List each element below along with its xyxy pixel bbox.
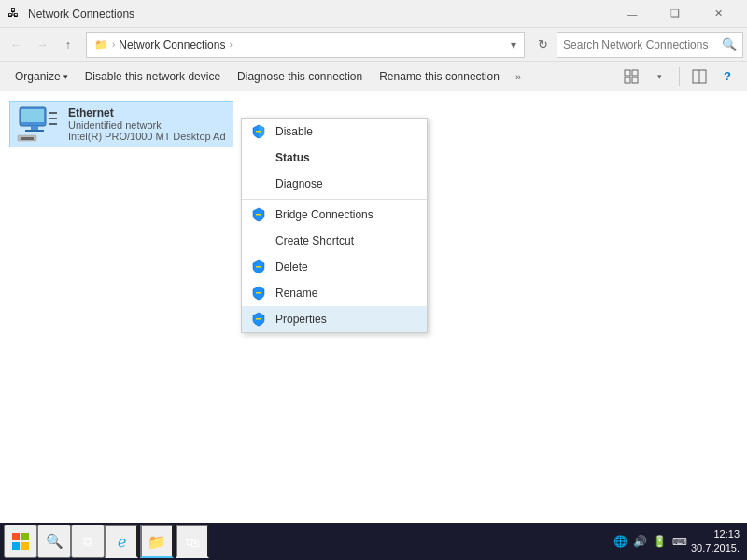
battery-tray-icon[interactable]: 🔋 bbox=[653, 535, 667, 548]
network-status: Unidentified network bbox=[68, 119, 227, 131]
breadcrumb: 📁 › Network Connections › bbox=[94, 38, 233, 51]
ctx-shortcut-label: Create Shortcut bbox=[275, 234, 354, 247]
shield-rename-icon bbox=[249, 284, 268, 302]
back-button[interactable]: ← bbox=[4, 33, 28, 57]
svg-rect-9 bbox=[25, 130, 44, 132]
network-tray-icon[interactable]: 🌐 bbox=[613, 535, 627, 548]
ctx-status[interactable]: Status bbox=[242, 145, 427, 171]
search-taskbar-button[interactable]: 🔍 bbox=[37, 525, 71, 558]
taskbar: 🔍 ⧉ ℯ 📁 🛍 🌐 🔊 🔋 ⌨ 12:13 30.7.2015. bbox=[0, 523, 747, 560]
context-menu: Disable Status Diagnose Bridge Connectio bbox=[241, 118, 428, 333]
ctx-shortcut[interactable]: Create Shortcut bbox=[242, 228, 427, 254]
taskbar-pinned: ℯ 📁 🛍 bbox=[105, 525, 209, 558]
taskbar-store-pin[interactable]: 🛍 bbox=[176, 525, 209, 558]
file-area: Ethernet Unidentified network Intel(R) P… bbox=[0, 91, 747, 534]
svg-rect-30 bbox=[21, 542, 29, 550]
preview-pane-button[interactable] bbox=[687, 65, 712, 88]
help-button[interactable]: ? bbox=[715, 65, 740, 88]
svg-rect-29 bbox=[12, 542, 20, 550]
maximize-button[interactable]: ❑ bbox=[654, 0, 697, 28]
search-icon[interactable]: 🔍 bbox=[722, 37, 737, 51]
up-button[interactable]: ↑ bbox=[56, 33, 80, 57]
network-adapter: Intel(R) PRO/1000 MT Desktop Ad bbox=[68, 131, 227, 142]
svg-rect-8 bbox=[31, 126, 38, 130]
ctx-bridge-label: Bridge Connections bbox=[275, 208, 374, 221]
clock-date: 30.7.2015. bbox=[691, 541, 740, 555]
ctx-diagnose-label: Diagnose bbox=[275, 177, 323, 190]
explorer-icon: 📁 bbox=[148, 533, 166, 551]
title-bar: 🖧 Network Connections — ❑ ✕ bbox=[0, 0, 747, 28]
minimize-button[interactable]: — bbox=[611, 0, 654, 28]
svg-rect-2 bbox=[625, 77, 630, 83]
change-view-button[interactable] bbox=[619, 65, 643, 88]
breadcrumb-label: Network Connections bbox=[119, 38, 225, 51]
nav-bar: ← → ↑ 📁 › Network Connections › ▾ ↻ 🔍 bbox=[0, 28, 747, 62]
taskbar-ie-pin[interactable]: ℯ bbox=[105, 525, 138, 558]
refresh-button[interactable]: ↻ bbox=[530, 33, 555, 57]
ethernet-icon bbox=[16, 105, 61, 143]
organize-button[interactable]: Organize ▾ bbox=[7, 65, 76, 88]
ctx-delete-label: Delete bbox=[275, 260, 308, 273]
ctx-delete[interactable]: Delete bbox=[242, 254, 427, 280]
address-dropdown-arrow[interactable]: ▾ bbox=[511, 38, 516, 51]
ie-icon: ℯ bbox=[118, 533, 126, 551]
svg-rect-16 bbox=[256, 214, 261, 216]
keyboard-tray-icon[interactable]: ⌨ bbox=[672, 536, 687, 548]
forward-button[interactable]: → bbox=[30, 33, 54, 57]
search-input[interactable] bbox=[563, 38, 718, 51]
store-icon: 🛍 bbox=[186, 534, 200, 550]
main-content: Ethernet Unidentified network Intel(R) P… bbox=[0, 91, 747, 534]
shield-bridge-icon bbox=[249, 205, 268, 224]
search-taskbar-icon: 🔍 bbox=[46, 533, 63, 550]
svg-rect-18 bbox=[256, 292, 261, 294]
disable-device-button[interactable]: Disable this network device bbox=[78, 65, 228, 88]
system-tray: 🌐 🔊 🔋 ⌨ bbox=[613, 535, 687, 548]
window-title: Network Connections bbox=[28, 7, 611, 21]
svg-rect-0 bbox=[625, 70, 630, 76]
ctx-separator-1 bbox=[242, 199, 427, 200]
close-button[interactable]: ✕ bbox=[697, 0, 740, 28]
svg-rect-14 bbox=[21, 137, 34, 140]
start-button[interactable] bbox=[4, 525, 37, 558]
taskbar-right: 🌐 🔊 🔋 ⌨ 12:13 30.7.2015. bbox=[613, 527, 743, 556]
task-view-icon: ⧉ bbox=[83, 534, 92, 550]
network-info: Ethernet Unidentified network Intel(R) P… bbox=[68, 106, 227, 142]
svg-rect-3 bbox=[632, 77, 638, 83]
view-dropdown-icon: ▾ bbox=[657, 72, 662, 81]
toolbar: Organize ▾ Disable this network device D… bbox=[0, 62, 747, 91]
svg-rect-19 bbox=[256, 318, 261, 320]
shield-delete-icon bbox=[249, 258, 268, 276]
toolbar-right: ▾ ? bbox=[619, 65, 740, 88]
task-view-button[interactable]: ⧉ bbox=[71, 525, 105, 558]
window-icon: 🖧 bbox=[7, 7, 22, 21]
ethernet-item[interactable]: Ethernet Unidentified network Intel(R) P… bbox=[9, 101, 233, 147]
svg-rect-15 bbox=[256, 131, 261, 133]
ctx-status-label: Status bbox=[275, 151, 310, 164]
ctx-rename-label: Rename bbox=[275, 287, 317, 300]
toolbar-overflow-button[interactable]: » bbox=[509, 65, 528, 88]
organize-dropdown-icon: ▾ bbox=[63, 72, 68, 81]
system-clock[interactable]: 12:13 30.7.2015. bbox=[691, 527, 740, 556]
clock-time: 12:13 bbox=[691, 527, 740, 541]
svg-rect-1 bbox=[632, 70, 638, 76]
svg-rect-27 bbox=[12, 533, 20, 540]
search-box[interactable]: 🔍 bbox=[557, 32, 743, 58]
volume-tray-icon[interactable]: 🔊 bbox=[633, 535, 647, 548]
ctx-diagnose[interactable]: Diagnose bbox=[242, 171, 427, 197]
svg-rect-7 bbox=[21, 109, 44, 122]
ctx-bridge[interactable]: Bridge Connections bbox=[242, 202, 427, 228]
shield-properties-icon bbox=[249, 310, 268, 329]
network-name: Ethernet bbox=[68, 106, 227, 119]
ctx-properties[interactable]: Properties bbox=[242, 306, 427, 332]
rename-button[interactable]: Rename this connection bbox=[372, 65, 507, 88]
taskbar-explorer-pin[interactable]: 📁 bbox=[140, 525, 174, 558]
window-controls: — ❑ ✕ bbox=[611, 0, 740, 28]
view-dropdown-button[interactable]: ▾ bbox=[647, 65, 671, 88]
ctx-rename[interactable]: Rename bbox=[242, 280, 427, 306]
diagnose-button[interactable]: Diagnose this connection bbox=[230, 65, 370, 88]
breadcrumb-folder-icon: 📁 bbox=[94, 38, 108, 51]
ctx-disable-label: Disable bbox=[275, 125, 313, 138]
address-bar[interactable]: 📁 › Network Connections › ▾ bbox=[86, 32, 525, 58]
shield-disable-icon bbox=[249, 122, 268, 141]
ctx-disable[interactable]: Disable bbox=[242, 119, 427, 145]
